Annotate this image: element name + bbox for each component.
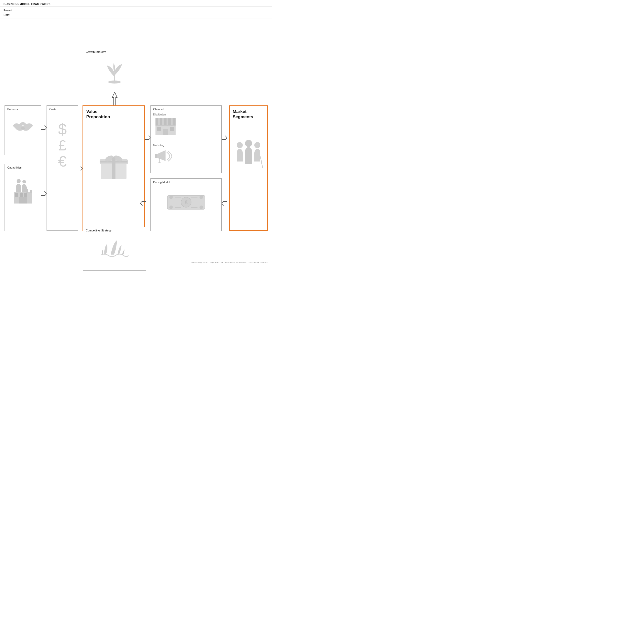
costs-box: Costs $ £ €	[47, 105, 78, 231]
svg-point-9	[112, 157, 115, 161]
gift-icon	[83, 149, 144, 182]
svg-text:€: €	[58, 153, 66, 170]
competitive-strategy-box: Competitive Strategy	[83, 227, 146, 271]
svg-text:€: €	[184, 199, 187, 205]
svg-rect-41	[155, 154, 157, 158]
svg-marker-44	[145, 136, 150, 140]
market-segments-label: MarketSegments	[233, 109, 253, 119]
svg-rect-30	[168, 118, 171, 125]
value-proposition-box: ValueProposition	[83, 105, 145, 231]
page-title: BUSINESS MODEL FRAMEWORK	[4, 3, 268, 6]
date-label: Date:	[4, 13, 268, 17]
arrow-market-pricing	[222, 201, 227, 206]
svg-marker-58	[222, 201, 227, 206]
svg-rect-6	[100, 161, 128, 163]
arrow-costs-vp	[78, 166, 83, 171]
megaphone-icon	[154, 147, 174, 166]
svg-marker-25	[78, 167, 83, 171]
svg-point-51	[169, 206, 173, 209]
growth-strategy-label: Growth Strategy	[86, 50, 106, 53]
svg-rect-31	[173, 118, 176, 125]
arrow-partners-costs	[41, 126, 47, 130]
svg-point-61	[254, 142, 260, 148]
header-meta: Project: Date:	[0, 7, 272, 19]
svg-marker-57	[140, 201, 146, 206]
svg-point-60	[245, 140, 252, 147]
svg-rect-40	[155, 125, 176, 126]
svg-marker-45	[222, 136, 227, 140]
svg-point-52	[199, 206, 203, 209]
arrow-capabilities-costs	[41, 191, 47, 196]
svg-point-49	[169, 195, 173, 199]
svg-rect-16	[20, 193, 23, 197]
people-icon	[230, 139, 267, 172]
currency-icon: $ £ €	[47, 118, 78, 174]
svg-rect-27	[155, 118, 158, 125]
svg-line-62	[260, 156, 262, 167]
costs-label: Costs	[49, 108, 56, 111]
svg-rect-15	[15, 193, 18, 197]
arrow-up-growth	[112, 92, 118, 106]
svg-rect-29	[164, 118, 167, 125]
svg-rect-17	[24, 193, 27, 197]
header-bar: BUSINESS MODEL FRAMEWORK	[0, 0, 272, 7]
pricing-model-box: Pricing Model €	[150, 178, 222, 231]
competitive-icon	[83, 236, 146, 259]
store-icon	[154, 116, 177, 137]
growth-strategy-box: Growth Strategy	[83, 48, 146, 92]
value-proposition-label: ValueProposition	[86, 109, 110, 119]
arrow-channel-market	[222, 136, 227, 140]
svg-text:$: $	[58, 120, 66, 138]
svg-rect-18	[19, 197, 27, 204]
svg-point-13	[22, 180, 26, 183]
partners-label: Partners	[7, 108, 18, 111]
svg-rect-19	[26, 189, 28, 193]
handshake-icon	[5, 117, 41, 137]
arrow-vp-channel	[145, 136, 150, 140]
partners-box: Partners	[5, 105, 41, 155]
svg-rect-20	[30, 190, 32, 193]
distribution-sublabel: Distribution	[153, 113, 166, 116]
growth-icon	[83, 58, 146, 84]
competitive-strategy-label: Competitive Strategy	[86, 229, 111, 232]
svg-point-59	[237, 142, 243, 148]
main-canvas: Growth Strategy ValueProposition	[0, 20, 272, 264]
pricing-model-label: Pricing Model	[153, 181, 170, 184]
svg-text:£: £	[58, 137, 66, 153]
svg-rect-28	[160, 118, 162, 125]
channel-label: Channel	[153, 108, 164, 111]
market-segments-box: MarketSegments	[229, 105, 268, 231]
footer-text: Ideas / Suggestions / Improvements: plea…	[191, 261, 268, 263]
marketing-sublabel: Marketing	[153, 144, 164, 147]
banknote-icon: €	[151, 192, 221, 212]
project-label: Project:	[4, 8, 268, 13]
svg-marker-21	[41, 191, 47, 196]
capabilities-box: Capabilities	[5, 164, 41, 231]
svg-point-1	[108, 81, 121, 84]
svg-point-10	[21, 127, 25, 130]
svg-point-12	[17, 179, 21, 183]
channel-box: Channel Distribution	[150, 105, 222, 173]
svg-point-50	[199, 195, 203, 199]
capabilities-label: Capabilities	[7, 166, 22, 169]
factory-icon	[5, 177, 41, 207]
arrow-pricing-vp	[140, 201, 146, 206]
svg-marker-2	[112, 92, 117, 106]
svg-rect-33	[163, 129, 168, 135]
svg-marker-11	[41, 126, 47, 130]
